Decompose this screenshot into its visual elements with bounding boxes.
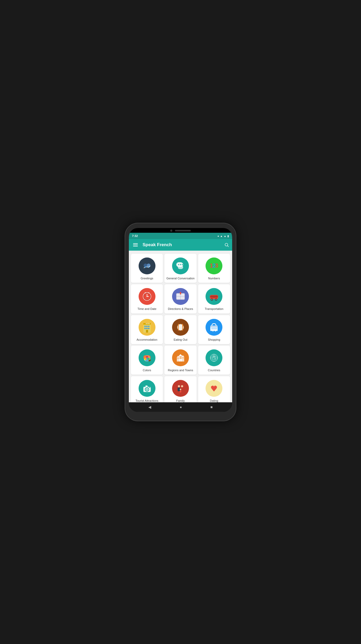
content-area: Greetings Gen bbox=[129, 251, 232, 402]
svg-rect-39 bbox=[148, 328, 149, 329]
toolbar: Speak French bbox=[129, 239, 232, 251]
search-button[interactable] bbox=[224, 242, 229, 247]
svg-point-51 bbox=[212, 330, 213, 331]
category-countries[interactable]: Countries bbox=[198, 346, 230, 375]
svg-point-23 bbox=[180, 292, 181, 294]
category-dating[interactable]: Dating bbox=[198, 376, 230, 402]
category-transportation[interactable]: Transportation bbox=[198, 284, 230, 313]
svg-rect-30 bbox=[210, 296, 218, 296]
svg-rect-70 bbox=[178, 358, 179, 359]
category-general-conversation[interactable]: General Conversation bbox=[164, 254, 196, 283]
category-directions-places[interactable]: Directions & Places bbox=[164, 284, 196, 313]
home-button[interactable]: ● bbox=[180, 405, 182, 409]
tourist-icon bbox=[139, 380, 155, 397]
svg-point-7 bbox=[180, 264, 181, 265]
svg-rect-67 bbox=[180, 358, 180, 359]
svg-rect-40 bbox=[146, 330, 148, 333]
category-shopping[interactable]: Shopping bbox=[198, 315, 230, 344]
svg-point-89 bbox=[180, 389, 181, 390]
time-label: Time and Date bbox=[138, 307, 157, 311]
svg-point-27 bbox=[211, 299, 212, 300]
category-colors[interactable]: Colors bbox=[131, 346, 163, 375]
svg-rect-64 bbox=[182, 357, 184, 361]
countries-label: Countries bbox=[208, 368, 220, 372]
shopping-icon bbox=[206, 319, 222, 336]
category-eating-out[interactable]: Eating Out bbox=[164, 315, 196, 344]
tourist-label: Tourist Attractions bbox=[135, 399, 158, 402]
colors-icon bbox=[139, 349, 155, 366]
family-icon bbox=[172, 380, 189, 397]
menu-button[interactable] bbox=[132, 242, 139, 247]
greetings-label: Greetings bbox=[141, 276, 153, 280]
camera-dot bbox=[170, 230, 172, 232]
svg-point-85 bbox=[149, 387, 150, 388]
battery-icon: ▮ bbox=[227, 235, 229, 237]
category-regions-towns[interactable]: Regions and Towns bbox=[164, 346, 196, 375]
svg-rect-36 bbox=[148, 326, 149, 327]
svg-rect-5 bbox=[178, 265, 183, 269]
svg-text:HOTEL: HOTEL bbox=[146, 323, 150, 324]
regions-label: Regions and Towns bbox=[168, 368, 193, 372]
colors-label: Colors bbox=[143, 368, 151, 372]
svg-line-1 bbox=[227, 246, 228, 247]
signal-icon: ▲ bbox=[224, 235, 226, 237]
svg-rect-72 bbox=[183, 358, 184, 358]
eatingout-icon bbox=[172, 319, 189, 336]
category-numbers[interactable]: 1 2 3 Numbers bbox=[198, 254, 230, 283]
numbers-icon: 1 2 3 bbox=[206, 257, 222, 274]
screen: 7:32 ● ▲ ▲ ▮ Speak French bbox=[129, 233, 232, 412]
svg-point-83 bbox=[146, 388, 148, 390]
svg-rect-66 bbox=[181, 356, 182, 357]
family-label: Family bbox=[176, 399, 185, 402]
regions-icon bbox=[172, 349, 189, 366]
svg-point-6 bbox=[178, 264, 179, 265]
status-icons: ● ▲ ▲ ▮ bbox=[217, 235, 229, 237]
svg-marker-73 bbox=[179, 354, 182, 356]
accommodation-icon: HOTEL bbox=[139, 319, 155, 336]
dating-label: Dating bbox=[210, 399, 218, 402]
svg-text:3: 3 bbox=[215, 262, 218, 269]
time-icon bbox=[139, 288, 155, 305]
phone-inner: 7:32 ● ▲ ▲ ▮ Speak French bbox=[129, 228, 232, 412]
svg-point-16 bbox=[147, 296, 148, 297]
phone-bottom bbox=[129, 412, 232, 416]
dating-icon bbox=[206, 380, 222, 397]
category-family[interactable]: Family bbox=[164, 376, 196, 402]
directions-label: Directions & Places bbox=[168, 307, 193, 311]
category-time-and-date[interactable]: Time and Date bbox=[131, 284, 163, 313]
svg-point-29 bbox=[216, 299, 217, 300]
svg-point-88 bbox=[181, 385, 183, 387]
category-accommodation[interactable]: HOTEL Accommodation bbox=[131, 315, 163, 344]
back-button[interactable]: ◀ bbox=[148, 405, 151, 409]
svg-point-8 bbox=[182, 264, 183, 265]
phone-frame: 7:32 ● ▲ ▲ ▮ Speak French bbox=[125, 223, 236, 421]
greetings-icon bbox=[139, 257, 155, 274]
phone-top-bar bbox=[129, 228, 232, 233]
svg-point-59 bbox=[148, 358, 150, 360]
recent-button[interactable]: ■ bbox=[211, 405, 213, 409]
svg-rect-90 bbox=[180, 390, 181, 393]
svg-rect-71 bbox=[182, 358, 183, 358]
svg-point-52 bbox=[215, 330, 216, 331]
category-greetings[interactable]: Greetings bbox=[131, 254, 163, 283]
svg-rect-38 bbox=[146, 328, 148, 329]
bottom-navigation: ◀ ● ■ bbox=[129, 402, 232, 412]
category-tourist-attractions[interactable]: Tourist Attractions bbox=[131, 376, 163, 402]
menu-line-3 bbox=[133, 246, 138, 246]
status-time: 7:32 bbox=[132, 234, 138, 237]
menu-line-1 bbox=[133, 243, 138, 244]
countries-icon bbox=[206, 349, 222, 366]
shopping-label: Shopping bbox=[208, 338, 220, 341]
svg-rect-68 bbox=[181, 358, 182, 359]
svg-rect-65 bbox=[180, 356, 180, 357]
svg-point-58 bbox=[144, 358, 147, 360]
svg-point-60 bbox=[146, 357, 148, 359]
wifi-icon: ● bbox=[217, 235, 219, 237]
svg-point-0 bbox=[225, 243, 228, 246]
wifi-bars-icon: ▲ bbox=[220, 235, 223, 237]
svg-rect-69 bbox=[177, 358, 178, 359]
transportation-icon bbox=[206, 288, 222, 305]
app-title: Speak French bbox=[143, 242, 224, 247]
svg-rect-35 bbox=[146, 326, 148, 327]
transportation-label: Transportation bbox=[205, 307, 223, 311]
